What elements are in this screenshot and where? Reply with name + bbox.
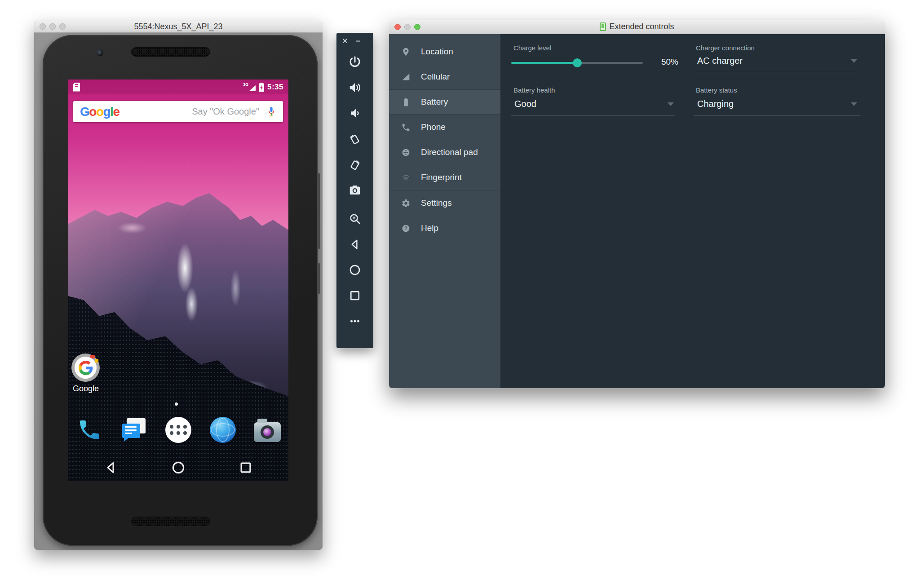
battery-status-label: Battery status bbox=[696, 86, 737, 94]
nav-overview-icon[interactable] bbox=[238, 460, 253, 475]
home-button[interactable] bbox=[336, 257, 373, 283]
screenshot-button[interactable] bbox=[336, 177, 373, 203]
close-button[interactable] bbox=[40, 23, 46, 30]
battery-status-select[interactable]: Charging bbox=[697, 99, 734, 109]
sidebar-item-cellular[interactable]: Cellular bbox=[389, 64, 500, 89]
charge-level-value: 50% bbox=[653, 57, 678, 67]
volume-up-button[interactable] bbox=[336, 75, 373, 100]
top-speaker-grille bbox=[131, 47, 210, 57]
sidebar-item-label: Help bbox=[421, 223, 438, 233]
sidebar-item-settings[interactable]: Settings bbox=[389, 190, 500, 216]
toolbar-close-icon[interactable] bbox=[342, 38, 348, 44]
more-button[interactable] bbox=[336, 308, 373, 334]
folder-label: Google bbox=[68, 384, 105, 393]
sidebar-item-help[interactable]: ? Help bbox=[389, 216, 500, 241]
sidebar-item-label: Location bbox=[421, 47, 453, 57]
zoom-button[interactable] bbox=[414, 24, 420, 30]
volume-down-button[interactable] bbox=[336, 100, 373, 126]
battery-status-underline bbox=[694, 115, 860, 116]
status-bar: 3G 5:35 bbox=[68, 80, 288, 94]
help-icon: ? bbox=[401, 223, 411, 233]
battery-health-select[interactable]: Good bbox=[514, 99, 536, 109]
messenger-app-icon[interactable] bbox=[120, 416, 148, 444]
android-navbar bbox=[68, 455, 288, 481]
sidebar-item-label: Directional pad bbox=[421, 147, 478, 157]
sidebar-item-phone[interactable]: Phone bbox=[389, 115, 500, 140]
rotate-left-button[interactable] bbox=[336, 126, 373, 151]
chevron-down-icon[interactable] bbox=[851, 102, 857, 106]
overview-button[interactable] bbox=[336, 283, 373, 308]
camera-app-icon[interactable] bbox=[253, 416, 281, 444]
svg-text:?: ? bbox=[404, 225, 407, 231]
page-indicator-dot bbox=[175, 402, 178, 406]
charge-level-slider[interactable] bbox=[511, 62, 643, 64]
minimize-button[interactable] bbox=[404, 24, 411, 30]
search-placeholder: Say "Ok Google" bbox=[192, 106, 259, 117]
sidebar-item-label: Battery bbox=[421, 97, 448, 107]
charger-connection-label: Charger connection bbox=[696, 44, 755, 52]
dpad-icon bbox=[401, 147, 411, 157]
battery-panel: Charge level 50% Charger connection AC c… bbox=[500, 34, 885, 388]
extended-controls-window: Extended controls Location Cellular Batt bbox=[389, 20, 885, 388]
sidebar-item-battery[interactable]: Battery bbox=[389, 89, 500, 115]
close-button[interactable] bbox=[394, 24, 401, 30]
extended-controls-sidebar: Location Cellular Battery Phone bbox=[389, 34, 500, 388]
front-camera bbox=[97, 49, 103, 56]
zoom-tool-button[interactable] bbox=[336, 206, 373, 231]
phone-frame: 3G 5:35 Google Say "Ok Google" bbox=[43, 35, 318, 546]
power-button[interactable] bbox=[336, 49, 373, 75]
emulator-body: 3G 5:35 Google Say "Ok Google" bbox=[34, 33, 323, 550]
zoom-button[interactable] bbox=[59, 23, 66, 30]
google-folder[interactable] bbox=[71, 354, 100, 382]
gear-icon bbox=[401, 198, 411, 208]
sidebar-item-label: Fingerprint bbox=[421, 172, 462, 182]
nav-back-icon[interactable] bbox=[103, 460, 119, 475]
microphone-icon[interactable] bbox=[266, 106, 276, 118]
sidebar-item-label: Cellular bbox=[421, 72, 450, 82]
charger-connection-select[interactable]: AC charger bbox=[697, 56, 743, 66]
chevron-down-icon[interactable] bbox=[668, 102, 674, 106]
emulator-window: 5554:Nexus_5X_API_23 3G bbox=[34, 21, 323, 550]
sidebar-item-location[interactable]: Location bbox=[389, 39, 500, 64]
battery-health-underline bbox=[511, 115, 675, 116]
phone-screen[interactable]: 3G 5:35 Google Say "Ok Google" bbox=[68, 80, 288, 481]
fingerprint-icon bbox=[401, 172, 411, 182]
google-logo: Google bbox=[80, 106, 119, 118]
charge-level-label: Charge level bbox=[513, 44, 551, 52]
google-g-icon bbox=[79, 361, 93, 375]
power-side-button bbox=[317, 263, 320, 294]
charge-slider-thumb[interactable] bbox=[573, 58, 582, 67]
sidebar-item-label: Settings bbox=[421, 198, 452, 208]
sidebar-item-label: Phone bbox=[421, 122, 446, 132]
location-pin-icon bbox=[401, 47, 411, 57]
app-drawer-icon[interactable] bbox=[164, 416, 192, 444]
google-search-bar[interactable]: Google Say "Ok Google" bbox=[73, 101, 283, 122]
window-title: Extended controls bbox=[609, 22, 674, 31]
emulator-titlebar: 5554:Nexus_5X_API_23 bbox=[34, 21, 323, 33]
browser-app-icon[interactable] bbox=[209, 416, 237, 444]
dock bbox=[68, 415, 288, 445]
phone-icon bbox=[401, 122, 411, 132]
chevron-down-icon[interactable] bbox=[851, 59, 857, 63]
battery-icon bbox=[401, 97, 411, 107]
cellular-signal-icon: 3G bbox=[243, 83, 256, 91]
charger-connection-underline bbox=[694, 72, 860, 72]
clock: 5:35 bbox=[267, 83, 283, 92]
extended-controls-titlebar: Extended controls bbox=[389, 20, 885, 34]
sidebar-item-fingerprint[interactable]: Fingerprint bbox=[389, 165, 500, 190]
rotate-right-button[interactable] bbox=[336, 151, 373, 177]
back-button[interactable] bbox=[336, 231, 373, 257]
network-type-label: 3G bbox=[243, 83, 248, 87]
phone-app-icon[interactable] bbox=[75, 416, 103, 444]
battery-charging-icon bbox=[258, 82, 265, 92]
toolbar-minimize-icon[interactable] bbox=[355, 38, 361, 44]
nav-home-icon[interactable] bbox=[171, 460, 186, 475]
volume-rocker bbox=[317, 173, 320, 249]
minimize-button[interactable] bbox=[49, 23, 56, 30]
emulator-toolbar bbox=[336, 33, 373, 348]
charge-slider-fill bbox=[511, 62, 577, 64]
cellular-signal-icon bbox=[401, 72, 411, 82]
sidebar-item-directional-pad[interactable]: Directional pad bbox=[389, 140, 500, 165]
battery-health-label: Battery health bbox=[513, 86, 555, 94]
emulator-window-title: 5554:Nexus_5X_API_23 bbox=[134, 22, 222, 31]
